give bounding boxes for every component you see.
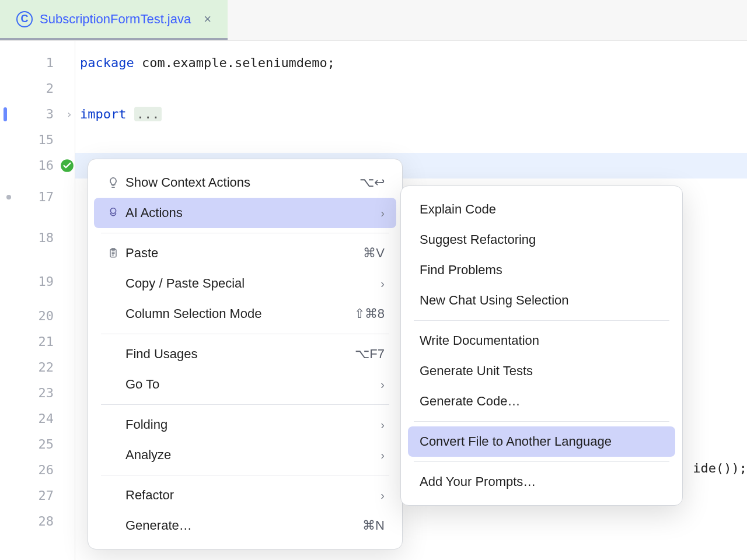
code-line [80, 76, 747, 102]
line-number: 21 [0, 329, 75, 355]
folded-region[interactable]: ... [134, 107, 162, 121]
chevron-right-icon: › [381, 378, 385, 391]
line-number: 17 [0, 178, 75, 216]
submenu-add-prompts[interactable]: Add Your Prompts… [408, 467, 675, 497]
menu-column-selection[interactable]: Column Selection Mode ⇧⌘8 [94, 299, 396, 329]
line-number: 16 [0, 153, 75, 178]
menu-label: Show Context Actions [122, 175, 359, 190]
ai-actions-submenu: Explain Code Suggest Refactoring Find Pr… [400, 186, 683, 506]
class-icon: C [16, 11, 33, 27]
menu-show-context-actions[interactable]: Show Context Actions ⌥↩ [94, 167, 396, 198]
submenu-label: Suggest Refactoring [420, 232, 536, 247]
line-number: 23 [0, 380, 75, 406]
submenu-label: Convert File to Another Language [420, 434, 612, 449]
menu-label: Analyze [122, 447, 381, 463]
submenu-label: Write Documentation [420, 333, 539, 348]
line-number: 18 [0, 216, 75, 260]
menu-shortcut: ⌘N [362, 518, 385, 533]
menu-label: Refactor [122, 488, 381, 503]
submenu-label: Generate Code… [420, 394, 520, 409]
line-number: 19 [0, 260, 75, 303]
tab-bar: C SubscriptionFormTest.java × [0, 0, 747, 41]
run-test-icon[interactable] [60, 158, 75, 173]
line-number: 20 [0, 303, 75, 329]
menu-label: Paste [122, 246, 363, 261]
menu-shortcut: ⌘V [363, 246, 385, 261]
submenu-find-problems[interactable]: Find Problems [408, 255, 675, 285]
menu-shortcut: ⌥↩ [359, 175, 385, 190]
line-number: 25 [0, 432, 75, 457]
menu-refactor[interactable]: Refactor › [94, 480, 396, 510]
menu-analyze[interactable]: Analyze › [94, 440, 396, 470]
submenu-separator [414, 421, 669, 422]
line-number: 2 [0, 76, 75, 102]
menu-goto[interactable]: Go To › [94, 369, 396, 400]
submenu-label: Generate Unit Tests [420, 363, 533, 379]
menu-generate[interactable]: Generate… ⌘N [94, 510, 396, 541]
submenu-suggest-refactoring[interactable]: Suggest Refactoring [408, 225, 675, 255]
menu-find-usages[interactable]: Find Usages ⌥F7 [94, 339, 396, 369]
submenu-separator [414, 461, 669, 462]
submenu-label: Find Problems [420, 262, 502, 278]
line-number: 24 [0, 406, 75, 432]
menu-separator [101, 475, 389, 475]
fold-icon[interactable]: › [66, 102, 72, 127]
menu-separator [101, 233, 389, 233]
chevron-right-icon: › [381, 418, 385, 432]
line-number: 1 [0, 50, 75, 76]
submenu-separator [414, 320, 669, 321]
code-line: package com.example.seleniumdemo; [80, 50, 747, 76]
line-number: 15 [0, 127, 75, 153]
submenu-label: Explain Code [420, 202, 496, 217]
submenu-explain-code[interactable]: Explain Code [408, 194, 675, 225]
tab-title: SubscriptionFormTest.java [40, 12, 191, 27]
line-number: 28 [0, 509, 75, 534]
submenu-convert-file[interactable]: Convert File to Another Language [408, 426, 675, 457]
menu-label: Folding [122, 417, 381, 432]
submenu-label: New Chat Using Selection [420, 293, 569, 308]
line-number: 26 [0, 457, 75, 483]
submenu-gen-code[interactable]: Generate Code… [408, 386, 675, 416]
context-menu: Show Context Actions ⌥↩ AI Actions › Pas… [88, 159, 403, 550]
menu-label: Column Selection Mode [122, 306, 354, 321]
line-number: 3› [0, 102, 75, 127]
clipboard-icon [104, 247, 122, 260]
menu-ai-actions[interactable]: AI Actions › [94, 198, 396, 228]
line-number: 22 [0, 355, 75, 380]
menu-shortcut: ⌥F7 [355, 346, 385, 362]
menu-label: Find Usages [122, 346, 355, 362]
code-line: import ... [80, 102, 747, 127]
menu-label: Generate… [122, 518, 362, 533]
menu-separator [101, 334, 389, 334]
gutter: 1 2 3› 15 16 17 18 19 20 21 22 23 24 25 … [0, 41, 75, 560]
close-icon[interactable]: × [198, 12, 211, 27]
menu-separator [101, 404, 389, 405]
menu-folding[interactable]: Folding › [94, 410, 396, 440]
chevron-right-icon: › [381, 489, 385, 502]
menu-paste[interactable]: Paste ⌘V [94, 238, 396, 268]
menu-label: Go To [122, 377, 381, 392]
menu-copy-paste-special[interactable]: Copy / Paste Special › [94, 268, 396, 299]
menu-label: Copy / Paste Special [122, 276, 381, 291]
menu-shortcut: ⇧⌘8 [354, 306, 385, 321]
file-tab[interactable]: C SubscriptionFormTest.java × [0, 0, 228, 40]
chevron-right-icon: › [381, 449, 385, 462]
menu-label: AI Actions [122, 205, 381, 220]
submenu-new-chat[interactable]: New Chat Using Selection [408, 285, 675, 316]
submenu-gen-tests[interactable]: Generate Unit Tests [408, 356, 675, 386]
ai-icon [104, 206, 122, 219]
submenu-label: Add Your Prompts… [420, 474, 536, 489]
line-number: 27 [0, 483, 75, 509]
code-fragment: ide()); [693, 461, 747, 475]
code-line [80, 127, 747, 153]
chevron-right-icon: › [381, 277, 385, 290]
chevron-right-icon: › [381, 206, 385, 220]
bulb-icon [104, 176, 122, 189]
submenu-write-docs[interactable]: Write Documentation [408, 326, 675, 356]
